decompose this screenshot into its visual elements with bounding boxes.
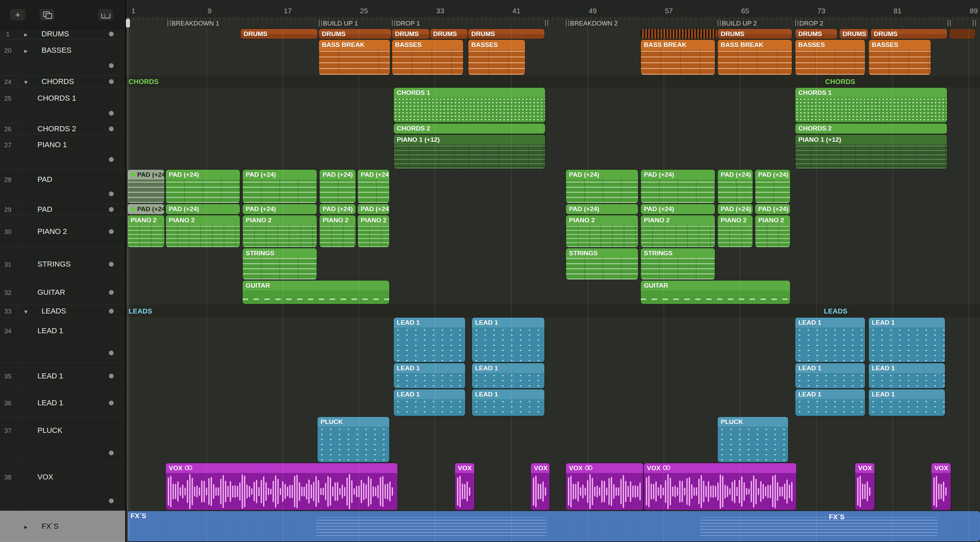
track-header-chords-2[interactable]: 26CHORDS 2: [0, 123, 125, 134]
duplicate-track-button[interactable]: [40, 9, 54, 21]
region-bass-break[interactable]: BASS BREAK: [718, 40, 792, 75]
region-drums-fill[interactable]: [641, 29, 717, 39]
region-piano-2[interactable]: PIANO 2: [358, 215, 389, 247]
marker-lane[interactable]: BREAKDOWN 1BUILD UP 1DROP 1BREAKDOWN 2BU…: [0, 17, 980, 29]
disclosure-right-icon[interactable]: ▸: [21, 523, 30, 531]
region-fx-s[interactable]: FX´SFX´S: [127, 511, 980, 541]
region-lead-1[interactable]: LEAD 1: [795, 363, 865, 388]
region-vox[interactable]: VOX: [455, 463, 474, 510]
region-piano-2[interactable]: PIANO 2: [127, 215, 164, 247]
track-header-leads[interactable]: 33▾LEADS: [0, 305, 125, 317]
region-pad-24[interactable]: PAD (+24): [755, 170, 790, 203]
region-lead-1[interactable]: LEAD 1: [394, 363, 465, 388]
region-piano-2[interactable]: PIANO 2: [243, 215, 317, 247]
region-vox[interactable]: VOX: [931, 463, 951, 510]
track-header-fx-s[interactable]: ▸FX´S: [0, 511, 125, 542]
region-piano-2[interactable]: PIANO 2: [718, 215, 753, 247]
region-pad-24[interactable]: PAD (+24): [127, 170, 164, 203]
track-onoff-button[interactable]: [109, 111, 114, 116]
region-piano-2[interactable]: PIANO 2: [320, 215, 356, 247]
region-drums[interactable]: DRUMS: [392, 29, 430, 39]
track-header-vox[interactable]: 38VOX: [0, 463, 125, 511]
region-strings[interactable]: STRINGS: [641, 248, 715, 279]
track-onoff-button[interactable]: [109, 157, 114, 162]
track-onoff-button[interactable]: [109, 229, 114, 234]
region-piano-2[interactable]: PIANO 2: [566, 215, 638, 247]
track-header-guitar[interactable]: 32GUITAR: [0, 280, 125, 305]
region-chords-1[interactable]: CHORDS 1: [394, 88, 545, 122]
region-lead-1[interactable]: LEAD 1: [472, 363, 544, 388]
region-lead-1[interactable]: LEAD 1: [795, 389, 865, 416]
marker-drop-2[interactable]: DROP 2: [799, 20, 823, 27]
region-pad-24[interactable]: PAD (+24): [641, 204, 715, 214]
region-drums[interactable]: DRUMS: [718, 29, 792, 39]
region-pad-24[interactable]: PAD (+24): [320, 170, 356, 203]
region-pad-24[interactable]: PAD (+24): [320, 204, 356, 214]
region-lead-1[interactable]: LEAD 1: [869, 363, 945, 388]
track-header-strings[interactable]: 31STRINGS: [0, 248, 125, 280]
playhead-handle[interactable]: [126, 19, 130, 27]
region-vox[interactable]: VOX: [531, 463, 550, 510]
region-pad-24[interactable]: PAD (+24): [166, 204, 240, 214]
region-piano-2[interactable]: PIANO 2: [641, 215, 715, 247]
add-track-button[interactable]: +: [10, 9, 25, 21]
region-pad-24[interactable]: PAD (+24): [358, 170, 389, 203]
track-onoff-button[interactable]: [109, 262, 114, 266]
region-bass-break[interactable]: BASS BREAK: [319, 40, 390, 75]
disclosure-down-icon[interactable]: ▾: [21, 308, 30, 315]
track-header-chords-1[interactable]: 25CHORDS 1: [0, 87, 125, 123]
track-onoff-button[interactable]: [109, 192, 114, 196]
region-basses[interactable]: BASSES: [795, 40, 865, 75]
marker-breakdown-1[interactable]: BREAKDOWN 1: [172, 20, 219, 27]
timeline-ruler[interactable]: 1917253341495765738189: [0, 0, 980, 18]
region-drums[interactable]: DRUMS: [871, 29, 947, 39]
track-onoff-button[interactable]: [109, 401, 114, 405]
region-strings[interactable]: STRINGS: [566, 248, 638, 279]
region-vox[interactable]: VOX: [855, 463, 875, 510]
region-piano-2[interactable]: PIANO 2: [166, 215, 240, 247]
region-chords-1[interactable]: CHORDS 1: [795, 88, 947, 122]
marker-breakdown-2[interactable]: BREAKDOWN 2: [570, 20, 617, 27]
track-header-lead-1[interactable]: 36LEAD 1: [0, 389, 125, 417]
region-pad-24[interactable]: PAD (+24): [566, 204, 638, 214]
region-pad-24[interactable]: PAD (+24): [243, 204, 317, 214]
track-onoff-button[interactable]: [109, 309, 114, 314]
region-vox[interactable]: VOX: [644, 463, 796, 510]
track-onoff-button[interactable]: [109, 207, 114, 212]
disclosure-right-icon[interactable]: ▸: [21, 47, 30, 55]
region-pluck[interactable]: PLUCK: [318, 417, 389, 462]
track-header-pad[interactable]: 29PAD: [0, 204, 125, 215]
region-lead-1[interactable]: LEAD 1: [795, 318, 865, 362]
track-onoff-button[interactable]: [109, 374, 114, 379]
track-import-button[interactable]: ↓: [98, 9, 113, 21]
region-drums[interactable]: DRUMS: [468, 29, 544, 39]
region-pad-24[interactable]: PAD (+24): [358, 204, 389, 214]
region-drums-dark[interactable]: [950, 29, 975, 39]
region-pad-24[interactable]: PAD (+24): [166, 170, 240, 203]
disclosure-right-icon[interactable]: ▸: [21, 31, 30, 38]
region-basses[interactable]: BASSES: [468, 40, 525, 75]
region-drums[interactable]: DRUMS: [319, 29, 391, 39]
region-pad-24[interactable]: PAD (+24): [718, 170, 753, 203]
track-onoff-button[interactable]: [109, 79, 114, 84]
track-onoff-button[interactable]: [109, 498, 114, 503]
region-pad-24[interactable]: PAD (+24): [127, 204, 164, 214]
disclosure-down-icon[interactable]: ▾: [21, 78, 30, 86]
track-onoff-button[interactable]: [109, 127, 114, 131]
track-onoff-button[interactable]: [109, 63, 114, 68]
region-pluck[interactable]: PLUCK: [718, 417, 788, 462]
region-drums[interactable]: DRUMS: [795, 29, 837, 39]
track-onoff-button[interactable]: [109, 450, 114, 455]
region-lead-1[interactable]: LEAD 1: [869, 389, 945, 416]
region-basses[interactable]: BASSES: [392, 40, 463, 75]
region-pad-24[interactable]: PAD (+24): [641, 170, 715, 203]
track-header-chords[interactable]: 24▾CHORDS: [0, 76, 125, 87]
marker-build-up-2[interactable]: BUILD UP 2: [722, 20, 757, 27]
track-header-piano-2[interactable]: 30PIANO 2: [0, 215, 125, 248]
track-header-pluck[interactable]: 37PLUCK: [0, 417, 125, 463]
region-chords-2[interactable]: CHORDS 2: [394, 124, 545, 134]
track-header-drums[interactable]: 1▸DRUMS: [0, 29, 125, 40]
region-drums[interactable]: DRUMS: [240, 29, 318, 39]
region-lead-1[interactable]: LEAD 1: [394, 389, 465, 416]
track-header-lead-1[interactable]: 35LEAD 1: [0, 363, 125, 389]
